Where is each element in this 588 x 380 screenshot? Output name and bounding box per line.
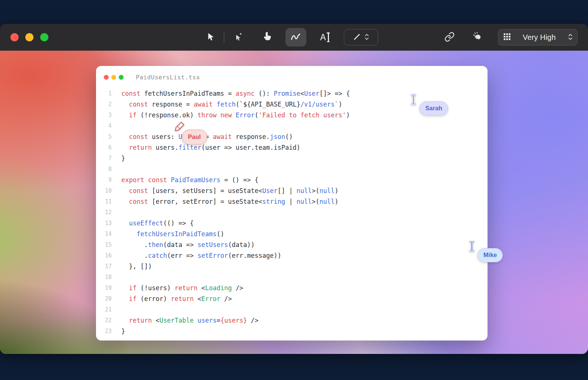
code-line[interactable]: 19 if (!users) return <Loading /> xyxy=(96,283,488,294)
text-tool-button[interactable]: A xyxy=(316,29,333,45)
code-lines: 1const fetchUsersInPaidTeams = async ():… xyxy=(96,88,488,337)
code-line[interactable]: 15 .then(data => setUsers(data)) xyxy=(96,240,488,250)
line-number: 4 xyxy=(96,121,121,132)
line-number: 3 xyxy=(96,110,121,121)
line-number: 7 xyxy=(96,153,121,164)
scribble-pen-icon xyxy=(290,32,301,43)
line-number: 1 xyxy=(96,88,121,99)
editor-minimize-button[interactable] xyxy=(111,75,116,80)
draw-tool-button[interactable] xyxy=(285,28,306,47)
line-number: 21 xyxy=(96,304,121,315)
line-number: 5 xyxy=(96,132,121,142)
line-number: 15 xyxy=(96,240,121,250)
editor-zoom-button[interactable] xyxy=(119,75,124,80)
line-number: 11 xyxy=(96,196,121,207)
desktop-wallpaper: PaidUsersList.tsx 1const fetchUsersInPai… xyxy=(0,51,588,354)
line-number: 9 xyxy=(96,175,121,186)
stroke-width-icon xyxy=(353,33,361,42)
code-line[interactable]: 16 .catch(err => setError(err.message)) xyxy=(96,250,488,261)
line-number: 17 xyxy=(96,261,121,272)
code-text: } xyxy=(121,326,125,337)
toolbar-divider xyxy=(224,32,224,42)
hand-point-icon xyxy=(262,31,272,43)
text-ai-icon: A xyxy=(320,32,329,42)
line-number: 8 xyxy=(96,164,121,175)
code-line[interactable]: 18 xyxy=(96,272,488,283)
pointer-tool-button[interactable] xyxy=(202,29,218,45)
quality-selector[interactable]: Very High xyxy=(498,29,578,45)
code-text: return users.filter(user => user.team.is… xyxy=(121,142,300,153)
quality-stepper-chevrons-icon xyxy=(568,33,573,42)
stepper-chevrons-icon xyxy=(364,33,369,42)
code-line[interactable]: 7} xyxy=(96,153,488,164)
code-text: export const PaidTeamUsers = () => { xyxy=(121,175,259,186)
code-line[interactable]: 14 fetchUsersInPaidTeams() xyxy=(96,229,488,240)
code-line[interactable]: 20 if (error) return <Error /> xyxy=(96,294,488,304)
line-number: 12 xyxy=(96,207,121,218)
cursor-arrow-icon xyxy=(206,32,215,43)
code-text: const [users, setUsers] = useState<User[… xyxy=(121,186,339,196)
code-text: const users: User[] = await response.jso… xyxy=(121,132,293,142)
app-traffic-lights xyxy=(10,33,48,41)
chain-link-icon xyxy=(444,32,455,43)
code-text: useEffect(() => { xyxy=(121,218,194,229)
code-text: const response = await fetch(`${API_BASE… xyxy=(121,99,342,110)
editor-titlebar: PaidUsersList.tsx xyxy=(96,66,488,88)
text-ibeam-icon xyxy=(328,32,329,42)
code-line[interactable]: 13 useEffect(() => { xyxy=(96,218,488,229)
code-line[interactable]: 6 return users.filter(user => user.team.… xyxy=(96,142,488,153)
stroke-width-control[interactable] xyxy=(344,29,378,45)
code-line[interactable]: 12 xyxy=(96,207,488,218)
cursor-sparkle-icon xyxy=(233,32,243,43)
code-line[interactable]: 17 }, []) xyxy=(96,261,488,272)
minimize-button[interactable] xyxy=(25,33,33,41)
screen-share-app-window: A xyxy=(0,24,588,354)
code-line[interactable]: 21 xyxy=(96,304,488,315)
code-text: .then(data => setUsers(data)) xyxy=(121,240,255,250)
code-text: return <UserTable users={users} /> xyxy=(121,315,259,326)
code-text: const [error, setError] = useState<strin… xyxy=(121,196,339,207)
code-line[interactable]: 2 const response = await fetch(`${API_BA… xyxy=(96,99,488,110)
code-line[interactable]: 11 const [error, setError] = useState<st… xyxy=(96,196,488,207)
clap-tool-button[interactable] xyxy=(470,29,486,45)
code-line[interactable]: 9export const PaidTeamUsers = () => { xyxy=(96,175,488,186)
code-line[interactable]: 1const fetchUsersInPaidTeams = async ():… xyxy=(96,88,488,99)
line-number: 6 xyxy=(96,142,121,153)
line-number: 19 xyxy=(96,283,121,294)
editor-close-button[interactable] xyxy=(104,75,109,80)
code-line[interactable]: 4 xyxy=(96,121,488,132)
code-line[interactable]: 23} xyxy=(96,326,488,337)
line-number: 18 xyxy=(96,272,121,283)
line-number: 16 xyxy=(96,250,121,261)
code-text: fetchUsersInPaidTeams() xyxy=(121,229,224,240)
code-line[interactable]: 22 return <UserTable users={users} /> xyxy=(96,315,488,326)
clap-hands-icon xyxy=(472,31,483,44)
code-text: .catch(err => setError(err.message)) xyxy=(121,250,281,261)
code-line[interactable]: 5 const users: User[] = await response.j… xyxy=(96,132,488,142)
code-text: if (!response.ok) throw new Error('Faile… xyxy=(121,110,350,121)
line-number: 2 xyxy=(96,99,121,110)
line-number: 10 xyxy=(96,186,121,196)
link-tool-button[interactable] xyxy=(441,29,458,45)
code-text: }, []) xyxy=(121,261,152,272)
line-number: 14 xyxy=(96,229,121,240)
filename: PaidUsersList.tsx xyxy=(136,74,200,81)
toolbar: A xyxy=(0,24,588,51)
code-text: } xyxy=(121,153,125,164)
line-number: 22 xyxy=(96,315,121,326)
line-number: 13 xyxy=(96,218,121,229)
line-number: 20 xyxy=(96,294,121,304)
code-line[interactable]: 3 if (!response.ok) throw new Error('Fai… xyxy=(96,110,488,121)
text-tool-glyph: A xyxy=(320,33,326,42)
code-line[interactable]: 10 const [users, setUsers] = useState<Us… xyxy=(96,186,488,196)
zoom-button[interactable] xyxy=(40,33,48,41)
code-text: if (error) return <Error /> xyxy=(121,294,232,304)
close-button[interactable] xyxy=(10,33,19,41)
code-text: const fetchUsersInPaidTeams = async (): … xyxy=(121,88,350,99)
collab-cursor-tool-button[interactable] xyxy=(230,29,246,45)
point-tool-button[interactable] xyxy=(259,29,275,45)
code-line[interactable]: 8 xyxy=(96,164,488,175)
line-number: 23 xyxy=(96,326,121,337)
code-text: if (!users) return <Loading /> xyxy=(121,283,243,294)
grid-icon xyxy=(504,33,511,41)
